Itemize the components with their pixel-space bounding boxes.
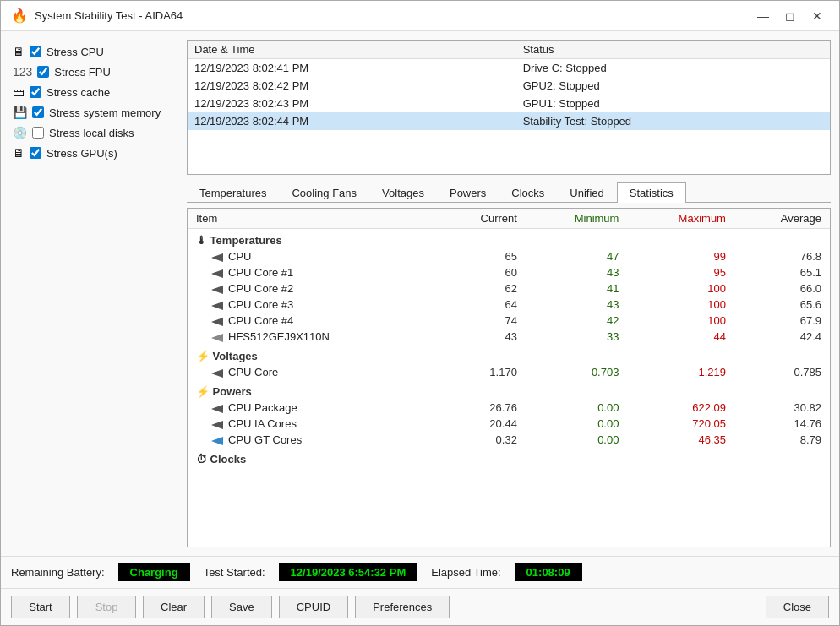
item-average: 67.9 bbox=[734, 313, 830, 329]
close-window-button[interactable]: ✕ bbox=[805, 7, 829, 25]
main-content: 🖥 Stress CPU 123 Stress FPU 🗃 Stress cac… bbox=[1, 31, 839, 556]
preferences-button[interactable]: Preferences bbox=[355, 596, 450, 618]
item-minimum: 33 bbox=[526, 329, 628, 345]
checkbox-stress-fpu-input[interactable] bbox=[37, 66, 49, 78]
checkbox-stress-fpu[interactable]: 123 Stress FPU bbox=[9, 63, 178, 80]
checkbox-stress-cache[interactable]: 🗃 Stress cache bbox=[9, 84, 178, 101]
checkbox-stress-memory-label: Stress system memory bbox=[49, 106, 161, 119]
item-name: CPU Core #1 bbox=[188, 264, 437, 280]
left-panel: 🖥 Stress CPU 123 Stress FPU 🗃 Stress cac… bbox=[9, 40, 178, 547]
clock-icon: ⏱ bbox=[196, 453, 207, 465]
table-row[interactable]: CPU IA Cores 20.44 0.00 720.05 14.76 bbox=[188, 416, 830, 432]
log-col-status: Status bbox=[516, 41, 830, 59]
item-maximum: 720.05 bbox=[627, 416, 734, 432]
tab-unified[interactable]: Unified bbox=[557, 182, 616, 203]
group-temperatures-label: 🌡 Temperatures bbox=[188, 229, 830, 249]
tab-cooling-fans[interactable]: Cooling Fans bbox=[279, 182, 369, 203]
cache-icon: 🗃 bbox=[13, 85, 25, 99]
tab-clocks[interactable]: Clocks bbox=[499, 182, 557, 203]
voltage-icon: ⚡ bbox=[196, 350, 210, 362]
item-current: 74 bbox=[437, 313, 526, 329]
item-name: CPU Core #3 bbox=[188, 297, 437, 313]
log-row[interactable]: 12/19/2023 8:02:41 PM Drive C: Stopped bbox=[188, 59, 830, 78]
right-panel: Date & Time Status 12/19/2023 8:02:41 PM… bbox=[187, 40, 831, 547]
item-name: CPU Package bbox=[188, 400, 437, 416]
stats-col-minimum: Minimum bbox=[526, 209, 628, 229]
log-cell-datetime: 12/19/2023 8:02:41 PM bbox=[188, 59, 516, 78]
item-maximum: 46.35 bbox=[627, 432, 734, 448]
stats-table-container: Item Current Minimum Maximum Average bbox=[187, 208, 831, 547]
checkbox-stress-memory-input[interactable] bbox=[32, 106, 44, 118]
checkbox-stress-gpu-input[interactable] bbox=[30, 147, 41, 159]
maximize-button[interactable]: ◻ bbox=[778, 7, 802, 25]
clear-button[interactable]: Clear bbox=[143, 596, 205, 618]
log-table[interactable]: Date & Time Status 12/19/2023 8:02:41 PM… bbox=[187, 40, 831, 175]
title-controls: — ◻ ✕ bbox=[751, 7, 829, 25]
close-button[interactable]: Close bbox=[766, 596, 829, 618]
stop-button[interactable]: Stop bbox=[77, 596, 136, 618]
cpuid-button[interactable]: CPUID bbox=[279, 596, 348, 618]
title-bar: 🔥 System Stability Test - AIDA64 — ◻ ✕ bbox=[1, 1, 839, 31]
table-row[interactable]: CPU GT Cores 0.32 0.00 46.35 8.79 bbox=[188, 432, 830, 448]
table-row[interactable]: HFS512GEJ9X110N 43 33 44 42.4 bbox=[188, 329, 830, 345]
table-row[interactable]: CPU Core #4 74 42 100 67.9 bbox=[188, 313, 830, 329]
checkbox-stress-gpu[interactable]: 🖥 Stress GPU(s) bbox=[9, 144, 178, 161]
tab-powers[interactable]: Powers bbox=[437, 182, 499, 203]
item-minimum: 0.703 bbox=[526, 364, 628, 380]
item-name: CPU bbox=[188, 248, 437, 264]
table-row[interactable]: CPU Core 1.170 0.703 1.219 0.785 bbox=[188, 364, 830, 380]
item-current: 0.32 bbox=[437, 432, 526, 448]
main-window: 🔥 System Stability Test - AIDA64 — ◻ ✕ 🖥… bbox=[0, 0, 840, 626]
tab-temperatures[interactable]: Temperatures bbox=[187, 182, 279, 203]
status-bar: Remaining Battery: Charging Test Started… bbox=[1, 556, 839, 588]
item-minimum: 0.00 bbox=[526, 400, 628, 416]
svg-marker-3 bbox=[211, 302, 223, 310]
charging-badge: Charging bbox=[118, 563, 190, 581]
item-maximum: 99 bbox=[627, 248, 734, 264]
item-current: 60 bbox=[437, 264, 526, 280]
log-row[interactable]: 12/19/2023 8:02:43 PM GPU1: Stopped bbox=[188, 95, 830, 112]
table-row[interactable]: CPU 65 47 99 76.8 bbox=[188, 248, 830, 264]
item-maximum: 44 bbox=[627, 329, 734, 345]
svg-marker-1 bbox=[211, 269, 223, 278]
log-cell-datetime: 12/19/2023 8:02:42 PM bbox=[188, 77, 516, 95]
log-row[interactable]: 12/19/2023 8:02:42 PM GPU2: Stopped bbox=[188, 77, 830, 95]
save-button[interactable]: Save bbox=[211, 596, 272, 618]
item-current: 64 bbox=[437, 297, 526, 313]
log-col-datetime: Date & Time bbox=[188, 41, 516, 59]
log-row-selected[interactable]: 12/19/2023 8:02:44 PM Stability Test: St… bbox=[188, 112, 830, 130]
svg-marker-9 bbox=[211, 437, 223, 445]
table-row[interactable]: CPU Core #3 64 43 100 65.6 bbox=[188, 297, 830, 313]
item-average: 65.1 bbox=[734, 264, 830, 280]
cpu-icon: 🖥 bbox=[13, 45, 25, 58]
svg-marker-7 bbox=[211, 405, 223, 413]
stats-table-scroll[interactable]: Item Current Minimum Maximum Average bbox=[188, 209, 830, 547]
item-maximum: 100 bbox=[627, 280, 734, 297]
app-icon: 🔥 bbox=[11, 8, 28, 24]
minimize-button[interactable]: — bbox=[751, 7, 775, 25]
svg-marker-0 bbox=[211, 253, 223, 262]
tab-statistics[interactable]: Statistics bbox=[617, 182, 686, 203]
table-row[interactable]: CPU Core #2 62 41 100 66.0 bbox=[188, 280, 830, 297]
tab-voltages[interactable]: Voltages bbox=[369, 182, 437, 203]
item-maximum: 100 bbox=[627, 313, 734, 329]
item-average: 76.8 bbox=[734, 248, 830, 264]
table-row[interactable]: CPU Core #1 60 43 95 65.1 bbox=[188, 264, 830, 280]
power-icon: ⚡ bbox=[196, 385, 210, 398]
checkbox-stress-cpu[interactable]: 🖥 Stress CPU bbox=[9, 43, 178, 60]
table-row[interactable]: CPU Package 26.76 0.00 622.09 30.82 bbox=[188, 400, 830, 416]
checkbox-stress-memory[interactable]: 💾 Stress system memory bbox=[9, 104, 178, 121]
log-cell-status: Drive C: Stopped bbox=[516, 59, 830, 78]
item-current: 65 bbox=[437, 248, 526, 264]
checkbox-stress-cache-label: Stress cache bbox=[46, 86, 110, 99]
elapsed-label: Elapsed Time: bbox=[431, 566, 500, 579]
start-button[interactable]: Start bbox=[11, 596, 70, 618]
checkbox-stress-cpu-input[interactable] bbox=[30, 46, 41, 57]
checkbox-stress-cache-input[interactable] bbox=[30, 86, 41, 98]
item-minimum: 42 bbox=[526, 313, 628, 329]
checkbox-stress-disks-input[interactable] bbox=[32, 127, 44, 139]
item-name: CPU Core #2 bbox=[188, 280, 437, 297]
window-title: System Stability Test - AIDA64 bbox=[35, 9, 183, 22]
item-average: 30.82 bbox=[734, 400, 830, 416]
checkbox-stress-disks[interactable]: 💿 Stress local disks bbox=[9, 124, 178, 141]
